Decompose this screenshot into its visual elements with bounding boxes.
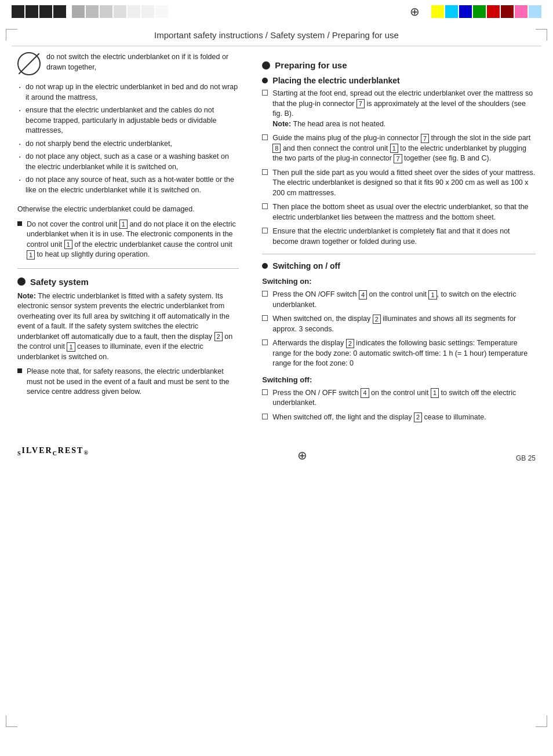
check-box: [262, 90, 268, 96]
check-box: [262, 169, 268, 175]
ref-1e: 1: [390, 144, 398, 153]
divider-2: [262, 254, 536, 254]
section-bullet-safety: [17, 277, 26, 286]
section-bullet-preparing: [262, 61, 270, 70]
subsection-bullet-placing: [262, 78, 268, 83]
list-item: Then place the bottom sheet as usual ove…: [262, 202, 536, 222]
gray-sq-1: [72, 5, 85, 18]
switching-title: Switching on / off: [272, 261, 340, 271]
color-bar: ⊕: [0, 0, 553, 23]
list-item-text: Guide the mains plug of the plug-in conn…: [272, 133, 536, 164]
ref-1: 1: [119, 220, 128, 229]
registration-mark-bottom: ⊕: [297, 448, 307, 462]
divider-1: [17, 268, 239, 269]
switching-off-list: Press the ON / OFF switch 4 on the contr…: [262, 388, 536, 423]
list-item: Then pull the side part as you would a f…: [262, 168, 536, 199]
sq-bullet: [17, 221, 22, 226]
registration-mark-top: ⊕: [410, 5, 420, 19]
corner-bl: [6, 715, 17, 727]
swatch-darkred: [501, 5, 514, 18]
swatch-pink: [515, 5, 527, 18]
black-squares: [12, 5, 66, 18]
no-switch-item: do not switch the electric underblanket …: [17, 52, 239, 75]
ref-2a: 2: [214, 332, 223, 341]
brand-logo: SILVERCREST®: [17, 445, 89, 462]
ref-2c: 2: [346, 339, 354, 348]
ref-4a: 4: [359, 290, 367, 300]
check-box: [262, 228, 268, 233]
gray-sq-6: [141, 5, 154, 18]
list-item: Starting at the foot end, spread out the…: [262, 89, 536, 129]
ref-7b: 7: [421, 134, 429, 143]
list-item: When switched on, the display 2 illumina…: [262, 314, 536, 334]
ref-2d: 2: [414, 412, 422, 422]
ref-7c: 7: [394, 154, 402, 163]
preparing-heading: Preparing for use: [262, 60, 536, 70]
brand-text: SILVERCREST: [17, 450, 83, 456]
check-box: [262, 414, 268, 419]
list-item: Do not cover the control unit 1 and do n…: [17, 220, 239, 260]
ref-1g: 1: [431, 388, 439, 397]
black-sq-4: [53, 5, 66, 18]
sq-bullet-2: [17, 368, 22, 373]
ref-4b: 4: [361, 388, 369, 397]
page-header: Important safety instructions / Safety s…: [12, 23, 541, 46]
check-box: [262, 291, 268, 297]
gray-sq-2: [86, 5, 99, 18]
list-item: Please note that, for safety reasons, th…: [17, 367, 239, 397]
safety-note-text: Note: The electric underblanket is fitte…: [17, 291, 239, 363]
switching-on-label: Switching on:: [262, 276, 536, 287]
color-swatches: [431, 5, 541, 18]
list-item-text: Press the ON /OFF switch 4 on the contro…: [272, 290, 536, 310]
gray-sq-3: [100, 5, 112, 18]
safety-square-list: Please note that, for safety reasons, th…: [17, 367, 239, 397]
ref-1d: 1: [67, 342, 75, 352]
switching-heading: Switching on / off: [262, 261, 536, 271]
list-item: ensure that the electric underblanket an…: [17, 105, 239, 136]
list-item-text: When switched on, the display 2 illumina…: [272, 314, 536, 334]
left-bullet-list: do not wrap up in the electric underblan…: [17, 82, 239, 195]
page: ⊕ Important safety instructions / Safety…: [0, 0, 553, 756]
list-item-text: Do not cover the control unit 1 and do n…: [27, 220, 239, 260]
list-item-text: Ensure that the electric underblanket is…: [272, 227, 536, 247]
ref-1b: 1: [64, 240, 72, 249]
list-item-text: Starting at the foot end, spread out the…: [272, 89, 536, 129]
no-switch-icon: [17, 52, 41, 75]
list-item-text: Afterwards the display 2 indicates the f…: [272, 338, 536, 369]
main-content: do not switch the electric underblanket …: [0, 52, 553, 428]
gray-sq-7: [155, 5, 168, 18]
check-box: [262, 339, 268, 345]
brand-symbol: ®: [83, 450, 89, 456]
safety-system-title: Safety system: [30, 277, 89, 287]
check-box: [262, 134, 268, 140]
ref-8: 8: [272, 144, 281, 153]
right-column: Preparing for use Placing the electric u…: [250, 52, 536, 428]
list-item: Press the ON /OFF switch 4 on the contro…: [262, 290, 536, 310]
placing-heading: Placing the electric underblanket: [262, 76, 536, 85]
list-item-text: Press the ON / OFF switch 4 on the contr…: [272, 388, 536, 408]
ref-2b: 2: [373, 315, 381, 324]
list-item-text: Then place the bottom sheet as usual ove…: [272, 202, 536, 222]
gray-sq-5: [128, 5, 140, 18]
corner-br: [536, 715, 547, 727]
list-item: Afterwards the display 2 indicates the f…: [262, 338, 536, 369]
list-item: do not place any object, such as a case …: [17, 152, 239, 172]
list-item: do not place any source of heat, such as…: [17, 175, 239, 195]
list-item: Ensure that the electric underblanket is…: [262, 227, 536, 247]
safety-system-heading: Safety system: [17, 277, 239, 287]
subsection-bullet-switching: [262, 263, 268, 269]
placing-title: Placing the electric underblanket: [272, 76, 399, 85]
gray-squares: [72, 5, 168, 18]
swatch-lightblue: [529, 5, 541, 18]
list-item-text: Please note that, for safety reasons, th…: [27, 367, 239, 397]
swatch-yellow: [431, 5, 444, 18]
list-item: When switched off, the light and the dis…: [262, 412, 536, 423]
switching-off-label: Switching off:: [262, 375, 536, 385]
page-number: GB 25: [516, 454, 536, 462]
preparing-title: Preparing for use: [275, 60, 347, 70]
page-footer: SILVERCREST® ⊕ GB 25: [0, 440, 553, 470]
swatch-green: [473, 5, 486, 18]
list-item-text: Then pull the side part as you would a f…: [272, 168, 536, 199]
list-item-text: When switched off, the light and the dis…: [272, 412, 486, 423]
ref-1c: 1: [27, 250, 35, 260]
